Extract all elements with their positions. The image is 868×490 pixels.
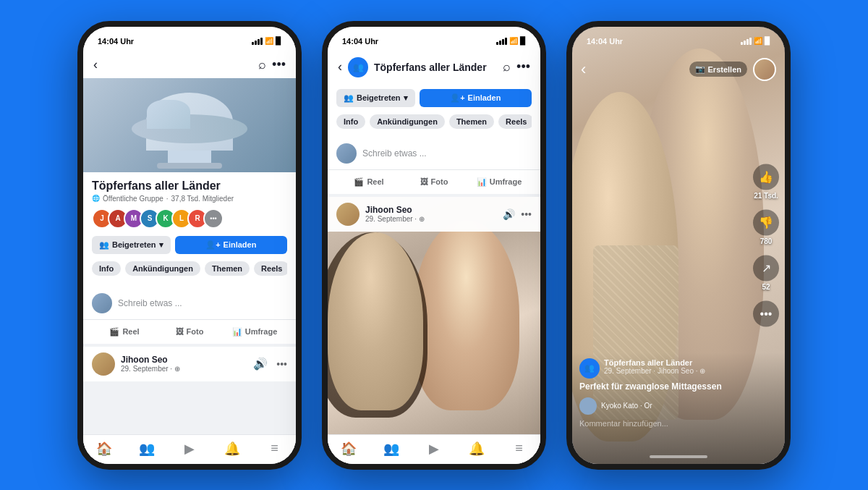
post-author-name-1: Jihoon Seo [121,355,180,365]
tab-announcements-2[interactable]: Ankündigungen [370,114,445,129]
back-button-2[interactable]: ‹ [338,59,342,75]
poll-button-1[interactable]: 📊 Umfrage [222,324,287,339]
nav-groups-2[interactable]: 👥 [370,441,413,457]
phone-1-frame: 14:04 Uhr 📶 ▉ ‹ ⌕ ••• [77,21,302,470]
compose-placeholder-1[interactable]: Schreib etwas ... [118,298,182,308]
post-card-1: Jihoon Seo 29. September · ⊕ 🔊 ••• [83,347,296,381]
search-button-1[interactable]: ⌕ [258,57,266,72]
phone-2-content: ‹ 👥 Töpferfans aller Länder ⌕ ••• 👥 Beig… [328,51,540,464]
video-post-avatar-2 [336,203,359,226]
video-group-avatar-3: 👥 [579,358,600,379]
photo-button-2[interactable]: 🖼 Foto [401,174,467,190]
camera-icon-3: 📷 [695,64,705,74]
more-vert-icon-3[interactable]: ••• [753,300,779,326]
tab-themes-2[interactable]: Themen [449,114,494,129]
compose-avatar-1 [92,293,112,313]
back-button-3[interactable]: ‹ [581,60,586,79]
chevron-down-icon-1: ▾ [159,240,163,250]
dislike-count-3: 780 [760,237,773,245]
joined-button-2[interactable]: 👥 Beigetreten ▾ [336,89,415,107]
photo-icon-2: 🖼 [420,177,428,186]
reel-icon-2: 🎬 [354,177,364,187]
joined-button-1[interactable]: 👥 Beigetreten ▾ [92,236,171,254]
post-options-1[interactable]: ••• [276,358,287,370]
video-people-2 [328,197,540,434]
video-post-header-2: Jihoon Seo 29. September · ⊕ 🔊 ••• [328,197,540,232]
photo-button-1[interactable]: 🖼 Foto [157,324,222,339]
status-bar-2: 14:04 Uhr 📶 ▉ [328,27,540,51]
back-button-1[interactable]: ‹ [93,57,98,72]
time-3: 14:04 Uhr [587,37,623,46]
tab-info-1[interactable]: Info [92,261,121,276]
battery-icon-1: ▉ [276,37,281,45]
nav-video-1[interactable]: ▶ [169,441,211,457]
tab-reels-2[interactable]: Reels [498,114,532,129]
comment-placeholder-3[interactable]: Kommentar hinzufügen... [579,419,668,428]
joined-icon-2: 👥 [344,93,354,103]
profile-avatar-3[interactable] [753,58,776,81]
video-post-actions-2: 🔊 ••• [503,208,532,220]
like-action-3: 👍 21 Tsd. [753,164,779,199]
time-2: 14:04 Uhr [342,37,378,46]
video-comment-row-3: Kyoko Kato · Or [579,397,778,415]
tab-announcements-1[interactable]: Ankündigungen [125,261,200,276]
nav-bell-1[interactable]: 🔔 [210,441,253,457]
create-button-3[interactable]: 📷 Erstellen [689,62,747,77]
share-icon-3[interactable]: ↗ [753,255,779,281]
status-bar-3: 14:04 Uhr 📶 ▉ [572,27,785,51]
tab-reels-1[interactable]: Reels [254,261,287,276]
sound-icon-2[interactable]: 🔊 [503,208,515,220]
dislike-action-3: 👎 780 [753,209,779,245]
phone-3-frame: 14:04 Uhr 📶 ▉ ‹ 📷 [566,21,791,470]
dislike-icon-3[interactable]: 👎 [753,209,779,235]
group-name-1: Töpferfans aller Länder [92,179,287,193]
reel-button-1[interactable]: 🎬 Reel [92,324,157,339]
nav-home-2[interactable]: 🏠 [328,441,370,457]
post-author-info-1: Jihoon Seo 29. September · ⊕ [121,355,180,373]
post-action-bar-1: 🎬 Reel 🖼 Foto 📊 Umfrage [83,320,296,347]
like-icon-3[interactable]: 👍 [753,164,779,190]
comment-input-row-3: Kommentar hinzufügen... [579,419,778,428]
reel-button-2[interactable]: 🎬 Reel [336,174,401,190]
nav-groups-1[interactable]: 👥 [126,441,169,457]
invite-button-1[interactable]: 👤+ Einladen [175,236,287,254]
phone-1-content: ‹ ⌕ ••• Töpferfans aller Länder 🌐 Öffent… [83,51,296,464]
more-icon-2[interactable]: ••• [521,208,532,220]
phone-3: 14:04 Uhr 📶 ▉ ‹ 📷 [566,21,791,470]
more-button-2[interactable]: ••• [516,59,530,75]
tab-info-2[interactable]: Info [336,114,365,129]
reel-icon-1: 🎬 [109,327,119,337]
search-button-2[interactable]: ⌕ [503,59,511,75]
wifi-icon-2: 📶 [509,37,518,45]
post-more-button-1[interactable]: 🔊 [253,357,268,371]
more-button-1[interactable]: ••• [272,57,286,72]
time-1: 14:04 Uhr [98,37,134,46]
comment-avatar-3 [579,397,597,415]
nav-menu-2[interactable]: ≡ [498,441,540,457]
compose-box-2: Schreib etwas ... [328,138,540,170]
battery-icon-3: ▉ [765,37,770,45]
compose-placeholder-2[interactable]: Schreib etwas ... [362,148,427,159]
video-bottom-info-3: 👥 Töpferfans aller Länder 29. September … [572,352,785,464]
wifi-icon-1: 📶 [265,37,273,45]
group-meta-1: 🌐 Öffentliche Gruppe · 37,8 Tsd. Mitglie… [92,195,287,203]
cover-image-1 [83,78,296,172]
invite-button-2[interactable]: 👤+ Einladen [420,89,532,107]
nav-home-1[interactable]: 🏠 [83,441,126,457]
signal-icon-3 [741,38,752,45]
poll-icon-1: 📊 [232,327,242,337]
share-action-3: ↗ 52 [753,255,779,290]
nav-bell-2[interactable]: 🔔 [455,441,498,457]
nav-bar-1: ‹ ⌕ ••• [83,51,296,78]
group-title-2: Töpferfans aller Länder [374,62,497,73]
action-buttons-2: 👥 Beigetreten ▾ 👤+ Einladen Info Ankündi… [328,83,540,138]
poll-icon-2: 📊 [477,177,487,187]
video-caption-3: Perfekt für zwanglose Mittagessen [579,381,778,392]
group-info-1: Töpferfans aller Länder 🌐 Öffentliche Gr… [83,172,296,287]
tab-themes-1[interactable]: Themen [205,261,250,276]
nav-video-2[interactable]: ▶ [413,441,456,457]
action-btns-2: 👥 Beigetreten ▾ 👤+ Einladen [336,89,532,107]
nav-menu-1[interactable]: ≡ [253,441,296,457]
invite-icon-2: 👤+ [450,93,464,103]
poll-button-2[interactable]: 📊 Umfrage [467,174,532,190]
